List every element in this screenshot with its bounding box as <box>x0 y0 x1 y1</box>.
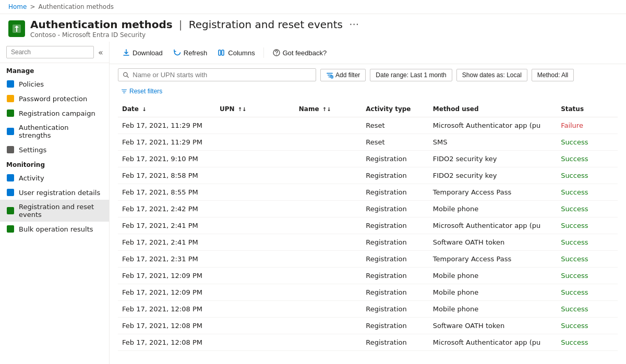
table-row[interactable]: Feb 17, 2021, 12:08 PM Registration Mobi… <box>118 301 618 318</box>
table-row[interactable]: Feb 17, 2021, 2:31 PM Registration Tempo… <box>118 251 618 268</box>
cell-name <box>295 318 362 334</box>
cell-date: Feb 17, 2021, 12:09 PM <box>118 284 215 301</box>
upn-sort-icon: ↑↓ <box>238 106 247 112</box>
date-sort-icon: ↓ <box>142 106 146 112</box>
cell-date: Feb 17, 2021, 12:08 PM <box>118 334 215 351</box>
download-button[interactable]: Download <box>118 46 167 59</box>
cell-status: Success <box>557 234 618 251</box>
method-filter-label: Method: All <box>537 71 568 79</box>
table-row[interactable]: Feb 17, 2021, 11:29 PM Reset SMS Success <box>118 134 618 151</box>
sidebar-item-reg-reset-label: Registration and reset events <box>19 203 103 219</box>
table-row[interactable]: Feb 17, 2021, 8:55 PM Registration Tempo… <box>118 184 618 201</box>
table-row[interactable]: Feb 17, 2021, 2:41 PM Registration Softw… <box>118 234 618 251</box>
password-protection-icon <box>6 94 15 103</box>
add-filter-button[interactable]: Add filter <box>320 69 366 81</box>
name-sort-icon: ↑↓ <box>322 106 331 112</box>
cell-method-used: Mobile phone <box>429 284 557 301</box>
cell-activity-type: Registration <box>362 284 429 301</box>
refresh-button[interactable]: Refresh <box>169 46 212 59</box>
registration-campaign-icon <box>6 109 15 117</box>
page-header: Authentication methods | Registration an… <box>0 14 626 42</box>
cell-date: Feb 17, 2021, 2:41 PM <box>118 234 215 251</box>
cell-status: Success <box>557 217 618 234</box>
sidebar-item-settings-label: Settings <box>19 146 46 154</box>
column-header-date[interactable]: Date ↓ <box>118 101 215 117</box>
cell-date: Feb 17, 2021, 11:29 PM <box>118 134 215 151</box>
cell-name <box>295 134 362 151</box>
filter-search-box[interactable] <box>118 68 316 81</box>
table-row[interactable]: Feb 17, 2021, 2:41 PM Registration Micro… <box>118 217 618 234</box>
method-filter-button[interactable]: Method: All <box>532 69 574 81</box>
user-registration-icon <box>6 188 15 197</box>
sidebar-item-authentication-strengths[interactable]: Authentication strengths <box>0 120 109 142</box>
toolbar: Download Refresh Columns <box>110 42 626 64</box>
sidebar-item-policies[interactable]: Policies <box>0 77 109 91</box>
page-header-text: Authentication methods | Registration an… <box>30 18 359 39</box>
column-header-upn[interactable]: UPN ↑↓ <box>215 101 295 117</box>
cell-upn <box>215 117 295 134</box>
table-row[interactable]: Feb 17, 2021, 12:09 PM Registration Mobi… <box>118 284 618 301</box>
sidebar-item-policies-label: Policies <box>19 80 44 88</box>
cell-method-used: Software OATH token <box>429 234 557 251</box>
cell-date: Feb 17, 2021, 8:55 PM <box>118 184 215 201</box>
cell-upn <box>215 134 295 151</box>
breadcrumb-separator: > <box>30 3 35 10</box>
sidebar-item-user-registration[interactable]: User registration details <box>0 185 109 200</box>
sidebar-item-registration-reset-events[interactable]: Registration and reset events <box>0 200 109 222</box>
cell-method-used: Software OATH token <box>429 318 557 334</box>
app-icon <box>8 20 25 37</box>
refresh-icon <box>173 48 182 57</box>
cell-status: Failure <box>557 117 618 134</box>
cell-status: Success <box>557 167 618 184</box>
columns-button[interactable]: Columns <box>213 46 259 59</box>
policies-icon <box>6 80 15 88</box>
show-dates-button[interactable]: Show dates as: Local <box>456 69 527 81</box>
search-input[interactable] <box>6 46 94 58</box>
table-body: Feb 17, 2021, 11:29 PM Reset Microsoft A… <box>118 117 618 351</box>
page-subtitle: Registration and reset events <box>189 18 343 31</box>
svg-rect-3 <box>222 50 224 55</box>
table-row[interactable]: Feb 17, 2021, 2:42 PM Registration Mobil… <box>118 201 618 217</box>
cell-method-used: Temporary Access Pass <box>429 251 557 268</box>
table-row[interactable]: Feb 17, 2021, 12:08 PM Registration Micr… <box>118 334 618 351</box>
cell-date: Feb 17, 2021, 8:58 PM <box>118 167 215 184</box>
filter-search-input[interactable] <box>133 71 311 79</box>
sidebar-item-registration-label: Registration campaign <box>19 110 95 117</box>
table-row[interactable]: Feb 17, 2021, 12:09 PM Registration Mobi… <box>118 268 618 284</box>
sidebar-item-bulk-operation[interactable]: Bulk operation results <box>0 222 109 236</box>
date-range-button[interactable]: Date range: Last 1 month <box>370 69 452 81</box>
collapse-icon[interactable]: « <box>96 46 105 58</box>
sidebar-item-registration-campaign[interactable]: Registration campaign <box>0 106 109 120</box>
sidebar-item-activity[interactable]: Activity <box>0 171 109 185</box>
cell-status: Success <box>557 268 618 284</box>
cell-activity-type: Registration <box>362 268 429 284</box>
table-row[interactable]: Feb 17, 2021, 8:58 PM Registration FIDO2… <box>118 167 618 184</box>
cell-method-used: Microsoft Authenticator app (pu <box>429 117 557 134</box>
page-title: Authentication methods <box>30 18 173 31</box>
cell-status: Success <box>557 151 618 167</box>
table-container: Date ↓ UPN ↑↓ Name ↑↓ Activity type Meth… <box>110 101 626 364</box>
cell-activity-type: Registration <box>362 251 429 268</box>
cell-name <box>295 268 362 284</box>
cell-date: Feb 17, 2021, 12:09 PM <box>118 268 215 284</box>
column-header-activity-type: Activity type <box>362 101 429 117</box>
cell-method-used: Mobile phone <box>429 268 557 284</box>
column-header-name[interactable]: Name ↑↓ <box>295 101 362 117</box>
feedback-button[interactable]: Got feedback? <box>268 46 331 59</box>
cell-date: Feb 17, 2021, 12:08 PM <box>118 301 215 318</box>
cell-date: Feb 17, 2021, 2:41 PM <box>118 217 215 234</box>
table-row[interactable]: Feb 17, 2021, 12:08 PM Registration Soft… <box>118 318 618 334</box>
filter-bar: Add filter Date range: Last 1 month Show… <box>110 64 626 101</box>
sidebar-item-password-protection[interactable]: Password protection <box>0 91 109 106</box>
more-options-icon[interactable]: ··· <box>349 18 359 31</box>
sidebar-item-activity-label: Activity <box>19 174 44 182</box>
cell-activity-type: Reset <box>362 134 429 151</box>
cell-activity-type: Registration <box>362 318 429 334</box>
reset-filters-button[interactable]: Reset filters <box>118 86 165 97</box>
sidebar-item-settings[interactable]: Settings <box>0 142 109 157</box>
cell-name <box>295 334 362 351</box>
table-header-row: Date ↓ UPN ↑↓ Name ↑↓ Activity type Meth… <box>118 101 618 117</box>
table-row[interactable]: Feb 17, 2021, 11:29 PM Reset Microsoft A… <box>118 117 618 134</box>
breadcrumb-home[interactable]: Home <box>8 3 27 10</box>
table-row[interactable]: Feb 17, 2021, 9:10 PM Registration FIDO2… <box>118 151 618 167</box>
